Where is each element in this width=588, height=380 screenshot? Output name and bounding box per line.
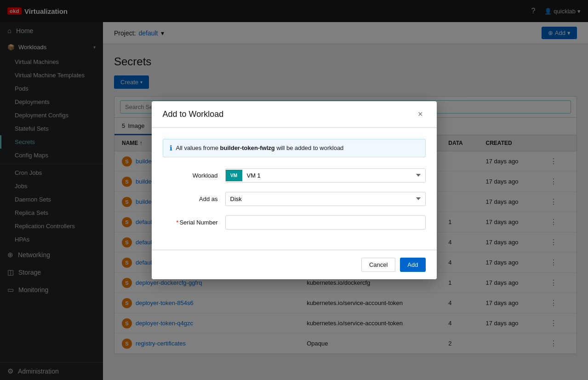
- info-text: All values frome builder-token-fwlzg wil…: [176, 144, 344, 151]
- serial-number-control: [225, 215, 426, 230]
- required-star: *: [176, 219, 178, 226]
- info-banner: ℹ All values frome builder-token-fwlzg w…: [163, 139, 426, 157]
- workload-label: Workload: [163, 168, 218, 179]
- serial-number-label: *Serial Number: [163, 215, 218, 226]
- add-as-label: Add as: [163, 192, 218, 202]
- info-text-prefix: All values frome: [176, 144, 220, 151]
- modal-overlay[interactable]: Add to Workload × ℹ All values frome bui…: [0, 0, 588, 380]
- add-to-workload-modal: Add to Workload × ℹ All values frome bui…: [152, 101, 437, 279]
- workload-select[interactable]: VM 1: [242, 169, 425, 182]
- workload-select-wrapper: VM VM 1: [225, 168, 426, 183]
- workload-row: Workload VM VM 1: [163, 168, 426, 183]
- modal-body: ℹ All values frome builder-token-fwlzg w…: [152, 128, 437, 250]
- modal-title: Add to Workload: [163, 109, 224, 119]
- workload-control: VM VM 1: [225, 168, 426, 183]
- modal-header: Add to Workload ×: [152, 101, 437, 128]
- info-text-suffix: will be added to workload: [275, 144, 344, 151]
- vm-badge: VM: [226, 170, 242, 181]
- serial-number-input[interactable]: [225, 215, 426, 230]
- cancel-button[interactable]: Cancel: [361, 258, 395, 272]
- info-secret-name: builder-token-fwlzg: [220, 144, 275, 151]
- add-as-select[interactable]: Disk Environment Environment from Secret: [225, 192, 426, 206]
- add-as-row: Add as Disk Environment Environment from…: [163, 192, 426, 206]
- modal-footer: Cancel Add: [152, 250, 437, 279]
- add-confirm-button[interactable]: Add: [400, 258, 425, 272]
- serial-number-row: *Serial Number: [163, 215, 426, 230]
- add-as-control: Disk Environment Environment from Secret: [225, 192, 426, 206]
- modal-close-button[interactable]: ×: [415, 109, 426, 120]
- info-icon: ℹ: [170, 144, 172, 152]
